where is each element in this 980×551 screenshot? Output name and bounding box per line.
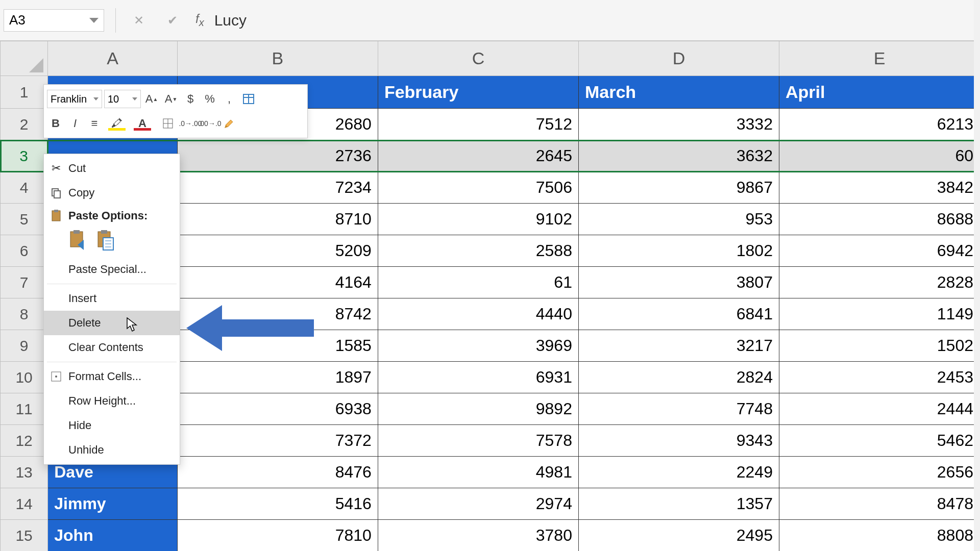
format-painter-button[interactable] [220,114,238,133]
formula-input[interactable]: Lucy [214,12,247,29]
cell[interactable]: 3807 [578,267,779,298]
cell[interactable]: 2974 [378,488,578,520]
cell[interactable]: 8808 [779,520,979,552]
decrease-font-button[interactable]: A▼ [162,90,180,108]
cell[interactable]: 2824 [578,362,779,393]
accept-formula-button[interactable]: ✔ [165,13,180,28]
currency-format-button[interactable]: $ [182,90,199,108]
menu-item-format-cells[interactable]: Format Cells... [44,364,180,389]
cell[interactable]: 3632 [578,140,779,172]
font-size-select[interactable]: 10 [104,90,141,108]
row-header[interactable]: 13 [1,457,48,488]
cell[interactable]: 2656 [779,457,979,488]
cell[interactable]: 2588 [378,235,578,267]
row-header[interactable]: 8 [1,298,48,330]
cell[interactable]: 8688 [779,204,979,235]
cell[interactable]: 1149 [779,298,979,330]
row-header[interactable]: 5 [1,204,48,235]
cell[interactable]: 2828 [779,267,979,298]
cell[interactable]: 5416 [177,488,378,520]
row-header[interactable]: 1 [1,76,48,109]
cell[interactable]: 6213 [779,109,979,140]
cell[interactable]: 8710 [177,204,378,235]
row-header-selected[interactable]: 3 [1,140,48,172]
cell[interactable]: 6931 [378,362,578,393]
row-header[interactable]: 10 [1,362,48,393]
font-family-select[interactable]: Franklin [47,90,102,108]
font-color-button[interactable]: A [131,114,154,133]
cell[interactable]: 7372 [177,425,378,457]
column-header-c[interactable]: C [378,41,578,76]
cell[interactable]: 6942 [779,235,979,267]
fx-icon[interactable]: fx [195,12,204,29]
cell[interactable]: 3332 [578,109,779,140]
cell[interactable]: 2444 [779,393,979,425]
align-button[interactable]: ≡ [86,114,103,133]
row-header[interactable]: 11 [1,393,48,425]
select-all-corner[interactable] [1,41,48,76]
row-header[interactable]: 15 [1,520,48,552]
decrease-decimal-button[interactable]: .00→.0 [201,114,218,133]
cell[interactable]: April [779,76,979,109]
row-header[interactable]: 9 [1,330,48,362]
menu-item-hide[interactable]: Hide [44,413,180,438]
cell[interactable]: 7512 [378,109,578,140]
row-header[interactable]: 7 [1,267,48,298]
cell[interactable]: 9892 [378,393,578,425]
cell[interactable]: 5462 [779,425,979,457]
row-header[interactable]: 14 [1,488,48,520]
cell[interactable]: February [378,76,578,109]
cancel-formula-button[interactable]: ✕ [131,13,146,28]
column-header-e[interactable]: E [779,41,979,76]
cell[interactable]: 2736 [177,140,378,172]
cell[interactable]: 7810 [177,520,378,552]
cell[interactable]: John [48,520,178,552]
cell[interactable]: 1502 [779,330,979,362]
cell[interactable]: 2645 [378,140,578,172]
column-header-a[interactable]: A [48,41,178,76]
cell[interactable]: 6841 [578,298,779,330]
cell[interactable]: 8476 [177,457,378,488]
increase-font-button[interactable]: A▲ [143,90,160,108]
highlight-color-button[interactable]: 🖍 [105,114,129,133]
cell[interactable]: 6938 [177,393,378,425]
menu-item-copy[interactable]: Copy [44,181,180,205]
cell[interactable]: 5209 [177,235,378,267]
row-header[interactable]: 6 [1,235,48,267]
cell[interactable]: 7578 [378,425,578,457]
paste-option-values[interactable] [96,230,116,252]
cell[interactable]: 4164 [177,267,378,298]
name-box[interactable]: A3 [4,9,104,32]
cell[interactable]: 1802 [578,235,779,267]
cell[interactable]: 2249 [578,457,779,488]
menu-item-delete[interactable]: Delete [44,311,180,335]
cell[interactable]: March [578,76,779,109]
row-header[interactable]: 4 [1,172,48,204]
cell[interactable]: 3217 [578,330,779,362]
menu-item-paste-special[interactable]: Paste Special... [44,257,180,282]
comma-format-button[interactable]: , [220,90,238,108]
cell[interactable]: 2453 [779,362,979,393]
chevron-down-icon[interactable] [89,18,99,23]
column-header-d[interactable]: D [578,41,779,76]
cell[interactable]: 3780 [378,520,578,552]
cell[interactable]: 1897 [177,362,378,393]
cell[interactable]: 4981 [378,457,578,488]
menu-item-unhide[interactable]: Unhide [44,438,180,462]
row-header[interactable]: 2 [1,109,48,140]
cell[interactable]: 4440 [378,298,578,330]
menu-item-row-height[interactable]: Row Height... [44,389,180,413]
menu-item-insert[interactable]: Insert [44,286,180,311]
cell[interactable]: 8478 [779,488,979,520]
paste-option-default[interactable] [68,230,89,252]
cell[interactable]: 3969 [378,330,578,362]
table-format-button[interactable] [240,90,257,108]
percent-format-button[interactable]: % [201,90,218,108]
menu-item-cut[interactable]: ✂ Cut [44,156,180,181]
italic-button[interactable]: I [66,114,84,133]
cell[interactable]: 9102 [378,204,578,235]
cell[interactable]: 953 [578,204,779,235]
increase-decimal-button[interactable]: .0→.00 [182,114,199,133]
bold-button[interactable]: B [47,114,64,133]
row-header[interactable]: 12 [1,425,48,457]
